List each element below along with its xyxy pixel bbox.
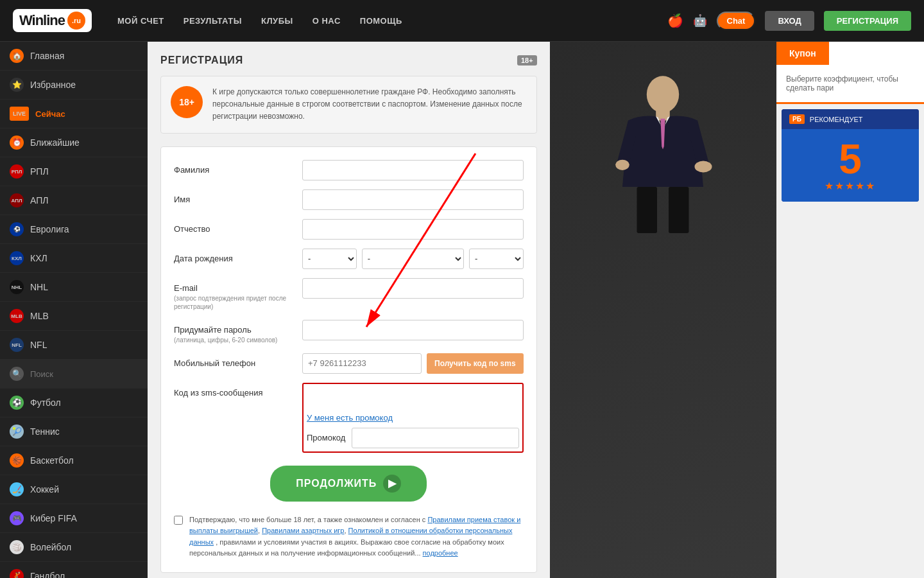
phone-label: Мобильный телефон — [174, 353, 302, 368]
terms-more-link[interactable]: подробнее — [423, 549, 458, 557]
rating-header: РБ РЕКОМЕНДУЕТ — [782, 109, 919, 129]
promo-input[interactable] — [352, 428, 518, 448]
sidebar-item-favorites[interactable]: ⭐ Избранное — [0, 71, 148, 100]
form-row-dob: Дата рождения - - - — [174, 249, 524, 269]
sidebar-item-esports[interactable]: 🎮 Кибер FIFA — [0, 504, 148, 533]
sidebar-label-handball: Гандбол — [30, 571, 65, 578]
apple-icon[interactable]: 🍎 — [667, 13, 683, 28]
firstname-input[interactable] — [302, 189, 524, 210]
nfl-icon: NFL — [10, 338, 24, 352]
sidebar-label-live: Сейчас — [35, 109, 65, 119]
form-row-lastname: Фамилия — [174, 160, 524, 180]
nhl-icon: NHL — [10, 280, 24, 294]
sidebar-item-handball[interactable]: 🤾 Гандбол — [0, 562, 148, 578]
promocode-link[interactable]: У меня есть промокод — [307, 413, 519, 423]
sidebar-item-mlb[interactable]: MLB MLB — [0, 302, 148, 331]
sidebar-item-search[interactable]: 🔍 — [0, 360, 148, 389]
form-row-smscode: Код из sms-сообщения У меня есть промоко… — [174, 383, 524, 453]
sidebar-item-basketball[interactable]: 🏀 Баскетбол — [0, 446, 148, 475]
live-icon: LIVE — [10, 107, 29, 121]
dob-month-select[interactable]: - — [362, 249, 464, 269]
rb-badge: РБ — [789, 114, 805, 124]
age-badge: 18+ — [517, 55, 537, 66]
form-row-email: E-mail (запрос подтверждения придет посл… — [174, 278, 524, 311]
home-icon: 🏠 — [10, 49, 24, 63]
handball-icon: 🤾 — [10, 569, 24, 578]
chat-button[interactable]: Chat — [717, 12, 756, 30]
sidebar-item-khl[interactable]: КХЛ КХЛ — [0, 244, 148, 273]
terms-checkbox[interactable] — [174, 516, 183, 525]
nav-clubs[interactable]: КЛУБЫ — [261, 16, 293, 26]
search-icon: 🔍 — [10, 367, 24, 381]
sidebar-item-nhl[interactable]: NHL NHL — [0, 273, 148, 302]
lastname-input[interactable] — [302, 160, 524, 180]
terms-text: Подтверждаю, что мне больше 18 лет, а та… — [189, 514, 524, 559]
svg-rect-5 — [637, 187, 658, 233]
dob-day-select[interactable]: - — [302, 249, 357, 269]
terms-link-2[interactable]: Правилами азартных игр — [262, 527, 344, 534]
sidebar-item-home[interactable]: 🏠 Главная — [0, 42, 148, 71]
password-input[interactable] — [302, 320, 524, 340]
logo[interactable]: Winline.ru — [13, 9, 92, 32]
rpl-icon: РПЛ — [10, 164, 24, 179]
age-circle: 18+ — [171, 86, 203, 118]
smscode-input[interactable] — [307, 387, 422, 408]
email-input[interactable] — [302, 278, 524, 299]
patronymic-input[interactable] — [302, 219, 524, 240]
sidebar-label-nfl: NFL — [30, 340, 47, 350]
continue-button[interactable]: ПРОДОЛЖИТЬ ▶ — [270, 466, 427, 502]
login-button[interactable]: ВХОД — [765, 11, 814, 31]
patronymic-label: Отчество — [174, 219, 302, 234]
logo-suffix: .ru — [72, 17, 81, 24]
sidebar-item-nearest[interactable]: ⏰ Ближайшие — [0, 128, 148, 157]
nav-results[interactable]: РЕЗУЛЬТАТЫ — [184, 16, 242, 26]
promo-label-inner: Промокод — [307, 433, 345, 442]
sidebar-label-home: Главная — [30, 51, 64, 61]
svg-point-3 — [695, 161, 712, 173]
promo-row-inner: Промокод — [307, 428, 519, 448]
android-icon[interactable]: 🤖 — [693, 13, 707, 28]
reg-header: РЕГИСТРАЦИЯ 18+ — [160, 55, 537, 66]
sidebar-label-favorites: Избранное — [30, 80, 76, 90]
sidebar-label-hockey: Хоккей — [30, 484, 59, 495]
search-input[interactable] — [30, 369, 114, 379]
form-row-password: Придумайте пароль (латиница, цифры, 6-20… — [174, 320, 524, 344]
sms-button[interactable]: Получить код по sms — [427, 353, 524, 374]
sidebar-item-hockey[interactable]: 🏒 Хоккей — [0, 475, 148, 504]
sidebar-label-basketball: Баскетбол — [30, 455, 74, 466]
sidebar-item-apl[interactable]: АПЛ АПЛ — [0, 186, 148, 215]
sidebar-item-live[interactable]: LIVE Сейчас — [0, 100, 148, 128]
sidebar-item-euro[interactable]: ⚽ Евролига — [0, 215, 148, 244]
sidebar: 🏠 Главная ⭐ Избранное LIVE Сейчас ⏰ Ближ… — [0, 42, 148, 578]
svg-point-4 — [616, 160, 630, 170]
phone-row: Получить код по sms — [302, 353, 524, 374]
sidebar-item-football[interactable]: ⚽ Футбол — [0, 389, 148, 417]
nav-help[interactable]: ПОМОЩЬ — [360, 16, 402, 26]
form-section: РЕГИСТРАЦИЯ 18+ 18+ К игре допускаются т… — [148, 42, 550, 578]
form-row-patronymic: Отчество — [174, 219, 524, 240]
header-actions: 🍎 🤖 Chat ВХОД РЕГИСТРАЦИЯ — [667, 11, 912, 31]
password-label: Придумайте пароль (латиница, цифры, 6-20… — [174, 320, 302, 344]
rating-box: РБ РЕКОМЕНДУЕТ 5 ★★★★★ — [782, 109, 919, 202]
sidebar-label-football: Футбол — [30, 398, 61, 408]
rb-recommends: РЕКОМЕНДУЕТ — [810, 116, 863, 123]
person-silhouette — [605, 67, 721, 260]
phone-input[interactable] — [302, 353, 422, 374]
register-button[interactable]: РЕГИСТРАЦИЯ — [824, 11, 911, 31]
terms-section: Подтверждаю, что мне больше 18 лет, а та… — [174, 514, 524, 559]
firstname-label: Имя — [174, 189, 302, 204]
nav-about[interactable]: О НАС — [312, 16, 341, 26]
dob-year-select[interactable]: - — [469, 249, 524, 269]
right-panel: Купон Выберите коэффициент, чтобы сделат… — [776, 42, 924, 578]
warning-text: К игре допускаются только совершеннолетн… — [212, 86, 527, 123]
sidebar-label-volleyball: Волейбол — [30, 542, 71, 552]
sidebar-item-nfl[interactable]: NFL NFL — [0, 331, 148, 360]
star-icon: ⭐ — [10, 78, 24, 92]
nav-my-account[interactable]: МОЙ СЧЕТ — [117, 16, 164, 26]
volleyball-icon: 🏐 — [10, 540, 24, 554]
sidebar-item-rpl[interactable]: РПЛ РПЛ — [0, 157, 148, 186]
sidebar-item-tennis[interactable]: 🎾 Теннис — [0, 417, 148, 446]
sidebar-item-volleyball[interactable]: 🏐 Волейбол — [0, 533, 148, 562]
hockey-icon: 🏒 — [10, 482, 24, 496]
esports-icon: 🎮 — [10, 511, 24, 525]
